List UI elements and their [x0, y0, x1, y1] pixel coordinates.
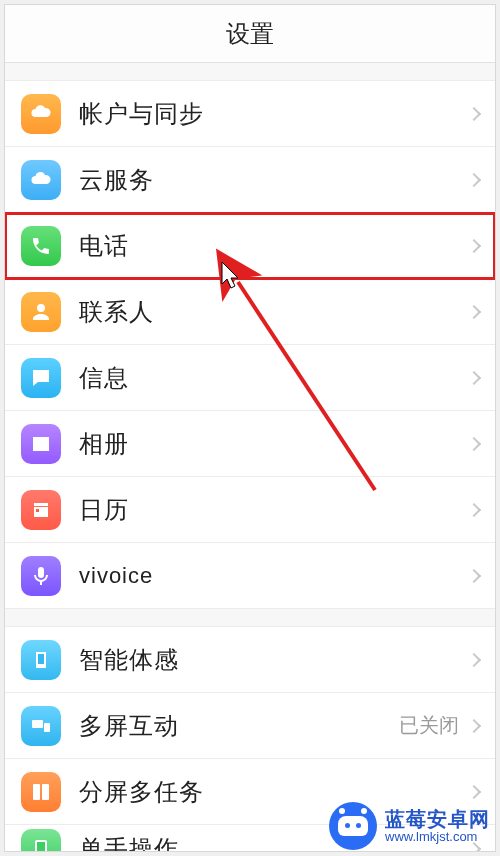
section-gap — [5, 63, 495, 81]
chevron-right-icon — [467, 652, 481, 666]
motion-icon — [21, 640, 61, 680]
calendar-icon — [21, 490, 61, 530]
account-cloud-icon — [21, 94, 61, 134]
section-gap — [5, 609, 495, 627]
split-icon — [21, 772, 61, 812]
row-label: 帐户与同步 — [79, 98, 469, 130]
chevron-right-icon — [467, 718, 481, 732]
chevron-right-icon — [467, 172, 481, 186]
row-account[interactable]: 帐户与同步 — [5, 81, 495, 147]
settings-screen: 设置 帐户与同步 云服务 电话 — [4, 4, 496, 852]
photos-icon — [21, 424, 61, 464]
row-split[interactable]: 分屏多任务 — [5, 759, 495, 825]
phone-icon — [21, 226, 61, 266]
settings-list-2: 智能体感 多屏互动 已关闭 分屏多任务 单手操作 — [5, 627, 495, 852]
row-label: vivoice — [79, 563, 469, 589]
svg-rect-2 — [32, 720, 43, 728]
chevron-right-icon — [467, 502, 481, 516]
svg-rect-0 — [36, 509, 39, 512]
svg-rect-3 — [44, 723, 50, 732]
row-cloud[interactable]: 云服务 — [5, 147, 495, 213]
chevron-right-icon — [467, 784, 481, 798]
row-value: 已关闭 — [399, 712, 459, 739]
row-label: 多屏互动 — [79, 710, 399, 742]
chevron-right-icon — [467, 304, 481, 318]
message-icon — [21, 358, 61, 398]
svg-rect-7 — [37, 842, 45, 853]
chevron-right-icon — [467, 106, 481, 120]
multi-icon — [21, 706, 61, 746]
row-onehand[interactable]: 单手操作 — [5, 825, 495, 852]
svg-rect-1 — [38, 654, 44, 664]
row-label: 信息 — [79, 362, 469, 394]
row-photos[interactable]: 相册 — [5, 411, 495, 477]
row-motion[interactable]: 智能体感 — [5, 627, 495, 693]
onehand-icon — [21, 829, 61, 853]
row-label: 相册 — [79, 428, 469, 460]
mic-icon — [21, 556, 61, 596]
chevron-right-icon — [467, 370, 481, 384]
row-multi[interactable]: 多屏互动 已关闭 — [5, 693, 495, 759]
row-calendar[interactable]: 日历 — [5, 477, 495, 543]
chevron-right-icon — [467, 841, 481, 852]
chevron-right-icon — [467, 238, 481, 252]
row-label: 电话 — [79, 230, 469, 262]
svg-rect-5 — [42, 784, 49, 800]
cloud-icon — [21, 160, 61, 200]
row-label: 联系人 — [79, 296, 469, 328]
svg-rect-4 — [33, 784, 40, 800]
contact-icon — [21, 292, 61, 332]
row-messages[interactable]: 信息 — [5, 345, 495, 411]
row-label: 智能体感 — [79, 644, 469, 676]
row-vivoice[interactable]: vivoice — [5, 543, 495, 609]
chevron-right-icon — [467, 568, 481, 582]
page-title: 设置 — [5, 5, 495, 63]
row-label: 日历 — [79, 494, 469, 526]
chevron-right-icon — [467, 436, 481, 450]
row-contacts[interactable]: 联系人 — [5, 279, 495, 345]
row-label: 云服务 — [79, 164, 469, 196]
settings-list-1: 帐户与同步 云服务 电话 联系人 — [5, 81, 495, 609]
row-label: 单手操作 — [79, 833, 469, 853]
row-label: 分屏多任务 — [79, 776, 469, 808]
row-phone[interactable]: 电话 — [5, 213, 495, 279]
